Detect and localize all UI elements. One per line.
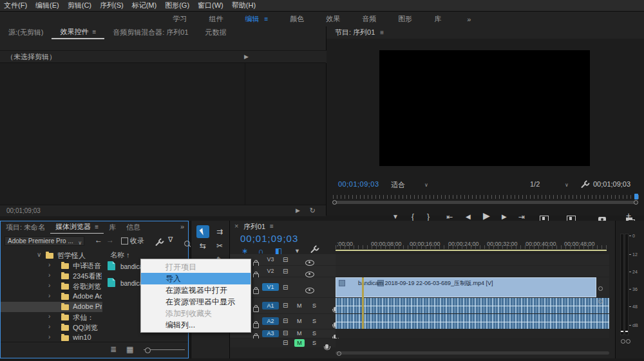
menu-item-reveal-in-explorer[interactable]: 在资源管理器中显示 (141, 296, 251, 308)
track-select-tool[interactable]: ⇉ (213, 225, 226, 238)
tab-media-browser[interactable]: 媒体浏览器 ≡ (50, 221, 104, 234)
menu-item-open-in-source-monitor[interactable]: 在源监视器中打开 (141, 284, 251, 296)
workspace-tab-effects[interactable]: 效果 (326, 14, 340, 24)
timeline-horizontal-scrollbar[interactable] (336, 351, 609, 355)
track-v3-content[interactable] (336, 254, 609, 265)
zoom-bar-left-handle[interactable] (332, 200, 337, 205)
scrollbar-handle[interactable] (598, 299, 603, 304)
sync-lock-icon[interactable]: ⊟ (283, 339, 288, 346)
ingest-checkbox[interactable] (121, 237, 128, 245)
mute-button[interactable]: M (297, 318, 302, 324)
track-badge-a3[interactable]: A3 (262, 330, 279, 337)
timeline-settings-wrench-icon[interactable] (310, 248, 316, 254)
tree-item[interactable]: › 求仙： (1, 312, 102, 322)
selection-tool[interactable] (196, 225, 209, 238)
chevron-down-icon[interactable]: ∨ (565, 182, 569, 188)
sync-lock-icon[interactable]: ⊟ (283, 256, 288, 263)
panel-menu-icon[interactable]: ≡ (95, 221, 99, 233)
workspace-menu-icon[interactable]: ≡ (265, 15, 269, 23)
program-zoom-bar[interactable] (334, 201, 637, 204)
sync-lock-icon[interactable]: ⊟ (283, 268, 288, 275)
program-timecode[interactable]: 00;01;09;03 (338, 180, 379, 188)
audio-clip-waveform[interactable] (336, 314, 609, 329)
menu-help[interactable]: 帮助(H) (232, 1, 256, 10)
workspace-tab-color[interactable]: 颜色 (290, 14, 304, 24)
menu-item-edit-columns[interactable]: 编辑列... (141, 319, 251, 331)
lock-icon[interactable] (253, 307, 259, 312)
tab-project[interactable]: 项目: 未命名 (1, 221, 50, 234)
video-clip[interactable]: bandicam 2018-09-19 22-06-03-689_压制版.mp4… (336, 277, 596, 297)
ripple-edit-tool[interactable]: ⇆ (196, 239, 209, 252)
back-icon[interactable]: ← (95, 236, 102, 245)
solo-button[interactable]: S (312, 340, 316, 346)
tree-item[interactable]: › 2345看图 (1, 271, 102, 281)
tab-effect-controls[interactable]: 效果控件 ≡ (52, 26, 104, 39)
menu-clip[interactable]: 剪辑(C) (68, 1, 91, 10)
track-badge-a1[interactable]: A1 (262, 302, 279, 310)
lock-icon[interactable] (253, 323, 259, 328)
track-badge-v2[interactable]: V2 (262, 267, 279, 275)
close-icon[interactable]: × (234, 222, 238, 230)
list-view-icon[interactable]: ≣ (110, 345, 117, 354)
ingest-settings-wrench-icon[interactable] (155, 241, 160, 246)
sequence-tab[interactable]: 序列01 (243, 222, 265, 232)
menu-sequence[interactable]: 序列(S) (100, 1, 124, 10)
menu-item-import[interactable]: 导入 (141, 273, 251, 284)
workspace-tab-audio[interactable]: 音频 (362, 14, 376, 24)
work-area-bar[interactable] (336, 250, 607, 251)
source-timecode[interactable]: 00;01;09;03 (0, 207, 41, 214)
sync-lock-icon[interactable]: ⊟ (283, 317, 288, 324)
sync-lock-icon[interactable]: ⊟ (283, 284, 288, 291)
workspace-tab-libraries[interactable]: 库 (434, 14, 441, 24)
program-scrub-ruler[interactable] (333, 195, 639, 199)
panel-menu-icon[interactable]: ≡ (380, 26, 384, 39)
chevron-right-icon[interactable]: › (48, 313, 50, 320)
workspace-tab-assembly[interactable]: 组件 (209, 14, 223, 24)
tab-info[interactable]: 信息 (121, 221, 146, 234)
tree-item[interactable]: › QQ浏览 (1, 322, 102, 333)
panel-menu-icon[interactable]: ≡ (270, 223, 274, 230)
mute-button[interactable]: M (297, 330, 302, 337)
source-location-dropdown[interactable]: Adobe Premiere Pro ... ∨ (5, 236, 84, 246)
mute-button[interactable]: M (297, 302, 302, 309)
name-column-header[interactable]: 名称 ↑ (110, 250, 130, 260)
sync-lock-icon[interactable]: ⊟ (283, 329, 288, 337)
menu-file[interactable]: 文件(F) (4, 1, 27, 10)
tab-libraries[interactable]: 库 (104, 221, 121, 234)
forward-icon[interactable]: → (106, 236, 114, 245)
chevron-down-icon[interactable]: ∨ (37, 251, 41, 258)
chevron-right-icon[interactable]: › (48, 292, 50, 299)
playback-resolution-dropdown[interactable]: 1/2 (530, 180, 540, 188)
tab-program-monitor[interactable]: 节目: 序列01 ≡ (327, 26, 392, 39)
menu-graphics[interactable]: 图形(G) (165, 1, 189, 10)
timeline-timecode[interactable]: 00;01;09;03 (240, 233, 298, 244)
settings-wrench-icon[interactable] (581, 183, 586, 189)
solo-button[interactable]: S (312, 302, 316, 309)
filter-funnel-icon[interactable]: ∇ (168, 236, 173, 244)
track-a3-content[interactable] (336, 329, 609, 338)
tab-metadata[interactable]: 元数据 (197, 26, 235, 39)
play-in-out-icon[interactable]: ▶ (296, 205, 300, 216)
zoom-bar-right-handle[interactable] (634, 200, 638, 205)
solo-button[interactable]: S (312, 330, 316, 337)
tab-source-monitor[interactable]: 源:(无剪辑) (0, 26, 52, 39)
track-a2-content[interactable] (336, 314, 609, 329)
search-loupe-icon[interactable] (184, 241, 190, 246)
tree-item-root[interactable]: ∨ 哲学怪人 (1, 250, 102, 261)
play-button-icon[interactable]: ▶ (483, 210, 490, 221)
tree-item[interactable]: › Adobe Ac (1, 292, 102, 302)
fit-dropdown[interactable]: 适合 (391, 180, 405, 190)
workspace-tab-learning[interactable]: 学习 (173, 14, 187, 24)
chevron-right-icon[interactable]: › (48, 261, 50, 268)
track-output-eye-icon[interactable] (305, 272, 314, 277)
track-output-eye-icon[interactable] (305, 288, 314, 293)
tree-item[interactable]: › 中译语音 (1, 261, 102, 271)
razor-tool[interactable]: ✂ (213, 239, 226, 252)
tab-audio-clip-mixer[interactable]: 音频剪辑混合器: 序列01 (104, 26, 196, 39)
track-output-eye-icon[interactable] (305, 260, 314, 266)
workspace-tab-editing[interactable]: 编辑 ≡ (245, 14, 269, 24)
track-badge-a2[interactable]: A2 (262, 317, 279, 325)
audio-clip-waveform[interactable] (336, 298, 609, 313)
chevron-down-icon[interactable]: ∨ (424, 182, 428, 188)
scrollbar-handle[interactable] (598, 286, 603, 291)
